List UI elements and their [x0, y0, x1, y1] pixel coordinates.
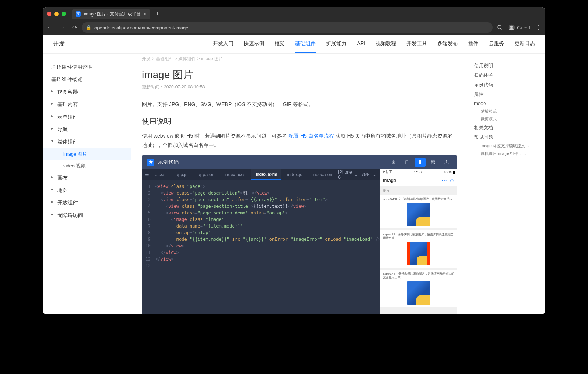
address-bar[interactable]: 🔒 opendocs.alipay.com/mini/component/ima…	[82, 22, 493, 33]
toc-item[interactable]: 扫码体验	[474, 70, 539, 80]
toc-item[interactable]: mode	[474, 99, 539, 108]
sidebar-group[interactable]: 导航	[43, 123, 131, 136]
nav-item[interactable]: 插件	[468, 35, 478, 53]
breadcrumb: 开发 > 基础组件 > 媒体组件 > image 图片	[142, 54, 457, 64]
close-window-icon[interactable]	[47, 12, 51, 16]
svg-rect-10	[435, 163, 435, 164]
sample-image-icon	[407, 281, 430, 305]
sidebar-group[interactable]: 视图容器	[43, 86, 131, 98]
ide-tab[interactable]: index.acss	[220, 169, 250, 180]
nav-item[interactable]: 开发入门	[213, 35, 233, 53]
browser-tab[interactable]: 支 image 图片 - 支付宝开放平台 ×	[72, 9, 150, 19]
update-time: 更新时间：2020-07-20 08:10:58	[142, 84, 457, 90]
sidebar: 基础组件使用说明基础组件概览视图容器基础内容表单组件导航媒体组件image 图片…	[43, 54, 131, 314]
toc-item[interactable]: 示例代码	[474, 80, 539, 90]
profile-button[interactable]: Guest	[508, 24, 530, 31]
toc-item[interactable]: 使用说明	[474, 61, 539, 70]
nav-item[interactable]: 扩展能力	[326, 35, 347, 53]
toc-sub-item[interactable]: 裁剪模式	[474, 115, 539, 123]
nav-item[interactable]: 开发工具	[406, 35, 427, 53]
page-logo[interactable]: 开发	[53, 40, 65, 48]
qrcode-icon[interactable]	[428, 158, 439, 167]
share-icon[interactable]	[441, 158, 452, 167]
close-tab-icon[interactable]: ×	[144, 11, 147, 17]
svg-rect-8	[431, 163, 433, 164]
sim-card: aspectFit：保持纵横比缩放图片，使图片的长边能完全显示出来	[380, 230, 457, 268]
guest-label: Guest	[517, 25, 530, 30]
lock-icon: 🔒	[86, 25, 92, 30]
nav-item[interactable]: 多端发布	[437, 35, 458, 53]
ide-tab[interactable]: index.json	[308, 169, 337, 180]
ide-title-bar: 示例代码	[142, 155, 457, 169]
toc-sub-item[interactable]: image 标签支持读取流文…	[474, 142, 539, 150]
forward-icon[interactable]: →	[59, 24, 65, 31]
more-icon[interactable]: ⋯	[442, 178, 447, 184]
chevron-down-icon: ⌄	[373, 172, 376, 177]
sim-title: Image	[383, 178, 396, 183]
search-icon[interactable]	[496, 24, 503, 31]
sample-image-icon	[407, 203, 430, 226]
section-usage: 使用说明	[142, 116, 457, 126]
menu-icon[interactable]: ⋮	[535, 24, 542, 31]
nav-item[interactable]: 更新日志	[514, 35, 535, 53]
nav-item[interactable]: 快速示例	[244, 35, 264, 53]
nav-item[interactable]: 云服务	[489, 35, 504, 53]
ide-tab[interactable]: index.js	[283, 169, 306, 180]
nav-item[interactable]: 基础组件	[295, 35, 316, 53]
back-icon[interactable]: ←	[46, 24, 53, 31]
close-circle-icon[interactable]: ⊙	[450, 178, 454, 184]
minimize-window-icon[interactable]	[54, 12, 59, 16]
sidebar-item[interactable]: 基础组件概览	[43, 73, 131, 86]
ide-tab[interactable]: .acss	[151, 169, 170, 180]
sidebar-group[interactable]: 基础内容	[43, 98, 131, 111]
ide-tab[interactable]: app.json	[193, 169, 219, 180]
device-selector[interactable]: iPhone 6 ⌄	[338, 170, 358, 180]
sim-section-label: 图片	[380, 186, 457, 195]
svg-point-0	[498, 25, 501, 29]
sidebar-group[interactable]: 画布	[43, 172, 131, 184]
nav-item[interactable]: 视频教程	[376, 35, 396, 53]
sidebar-sub-item[interactable]: image 图片	[43, 148, 131, 160]
page-nav: 开发入门快速示例框架基础组件扩展能力API视频教程开发工具多端发布插件云服务更新…	[213, 35, 535, 53]
svg-rect-4	[406, 160, 408, 164]
tab-title: image 图片 - 支付宝开放平台	[84, 11, 141, 17]
sidebar-item[interactable]: 基础组件使用说明	[43, 61, 131, 73]
phone-outline-icon[interactable]	[401, 158, 412, 167]
toc: 使用说明扫码体验示例代码属性mode缩放模式裁剪模式相关文档常见问题image …	[468, 54, 545, 314]
intro-text: 图片。支持 JPG、PNG、SVG、WEBP（iOS 不支持动图）、GIF 等格…	[142, 100, 457, 109]
sidebar-group[interactable]: 表单组件	[43, 111, 131, 123]
sim-nav-bar: Image ⋯ ⊙	[380, 175, 457, 186]
sidebar-group[interactable]: 地图	[43, 184, 131, 197]
url-text: opendocs.alipay.com/mini/component/image	[94, 25, 189, 30]
maximize-window-icon[interactable]	[62, 12, 66, 16]
nav-item[interactable]: API	[357, 35, 365, 53]
toc-item[interactable]: 相关文档	[474, 123, 539, 132]
download-icon[interactable]	[388, 158, 399, 167]
ide-logo-icon	[147, 159, 154, 166]
toc-item[interactable]: 属性	[474, 90, 539, 99]
sidebar-group[interactable]: 无障碍访问	[43, 209, 131, 222]
phone-filled-icon[interactable]	[415, 158, 426, 167]
sidebar-group[interactable]: 媒体组件	[43, 136, 131, 148]
simulator: 支付宝14:57 100% ▮ Image ⋯ ⊙ 图片 sca	[380, 169, 457, 314]
new-tab-button[interactable]: +	[153, 10, 162, 18]
svg-rect-9	[434, 163, 434, 163]
ide-tab[interactable]: index.axml	[251, 169, 281, 180]
file-list-icon[interactable]: ☰	[145, 171, 149, 178]
reload-icon[interactable]: ⟳	[71, 24, 78, 31]
sidebar-sub-item[interactable]: video 视频	[43, 160, 131, 172]
favicon-icon: 支	[76, 11, 81, 17]
ide-tab[interactable]: app.js	[171, 169, 192, 180]
nav-item[interactable]: 框架	[275, 35, 285, 53]
window-controls	[47, 12, 66, 16]
sidebar-group[interactable]: 开放组件	[43, 197, 131, 209]
toc-sub-item[interactable]: 缩放模式	[474, 108, 539, 115]
toc-item[interactable]: 常见问题	[474, 132, 539, 142]
code-editor[interactable]: 1<view class="page">2 <view class="page-…	[142, 180, 380, 314]
whitelist-link[interactable]: 配置 H5 白名单流程	[288, 133, 334, 139]
sim-status-bar: 支付宝14:57 100% ▮	[380, 169, 457, 175]
toc-sub-item[interactable]: 真机调用 image 组件，…	[474, 150, 539, 157]
svg-rect-7	[434, 160, 435, 161]
ide-tabs: ☰ .acssapp.jsapp.jsonindex.acssindex.axm…	[142, 169, 380, 180]
zoom-selector[interactable]: 75% ⌄	[362, 172, 376, 177]
